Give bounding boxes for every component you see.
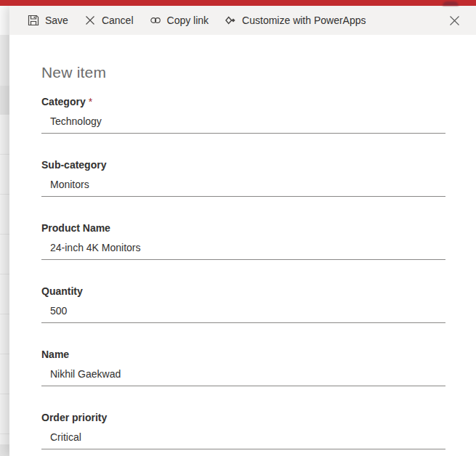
cancel-button[interactable]: Cancel	[76, 6, 142, 35]
cancel-label: Cancel	[102, 15, 134, 26]
order-priority-input[interactable]: Critical	[41, 430, 445, 449]
cancel-icon	[84, 15, 96, 26]
new-item-panel: Save Cancel Copy link	[9, 6, 476, 456]
customize-powerapps-button[interactable]: Customize with PowerApps	[217, 6, 374, 35]
category-input[interactable]: Technology	[41, 114, 445, 134]
link-icon	[150, 15, 161, 26]
category-label: Category	[41, 96, 86, 107]
command-bar: Save Cancel Copy link	[9, 6, 476, 35]
sharepoint-new-item-screen: Save Cancel Copy link	[0, 0, 476, 456]
field-product-name: Product Name 24-inch 4K Monitors	[41, 221, 445, 260]
required-asterisk: *	[89, 96, 92, 107]
new-item-form: New item Category* Technology Sub-catego…	[9, 35, 476, 449]
close-panel-button[interactable]	[443, 9, 466, 32]
copy-link-button[interactable]: Copy link	[142, 6, 217, 35]
name-label: Name	[41, 347, 445, 362]
suite-header-bar	[0, 0, 476, 6]
field-name: Name Nikhil Gaekwad	[41, 347, 445, 386]
save-button[interactable]: Save	[20, 6, 76, 35]
sub-category-label: Sub-category	[41, 158, 445, 172]
field-sub-category: Sub-category Monitors	[41, 158, 445, 197]
field-category: Category* Technology	[41, 94, 445, 134]
name-input[interactable]: Nikhil Gaekwad	[41, 367, 445, 386]
page-backdrop-strip	[0, 6, 9, 456]
product-name-label: Product Name	[41, 221, 445, 235]
order-priority-label: Order priority	[41, 410, 445, 425]
customize-powerapps-label: Customize with PowerApps	[242, 15, 366, 26]
list-rows-behind	[0, 115, 9, 444]
field-quantity: Quantity 500	[41, 284, 445, 323]
close-icon	[449, 15, 460, 26]
page-title: New item	[41, 64, 445, 81]
avatar-partial	[443, 1, 459, 6]
sub-category-input[interactable]: Monitors	[41, 177, 445, 197]
product-name-input[interactable]: 24-inch 4K Monitors	[41, 240, 445, 260]
save-label: Save	[45, 15, 68, 26]
copy-link-label: Copy link	[167, 15, 209, 26]
save-icon	[28, 15, 39, 26]
field-order-priority: Order priority Critical	[41, 410, 445, 449]
powerapps-icon	[225, 15, 236, 26]
quantity-input[interactable]: 500	[41, 304, 445, 323]
quantity-label: Quantity	[41, 284, 445, 298]
